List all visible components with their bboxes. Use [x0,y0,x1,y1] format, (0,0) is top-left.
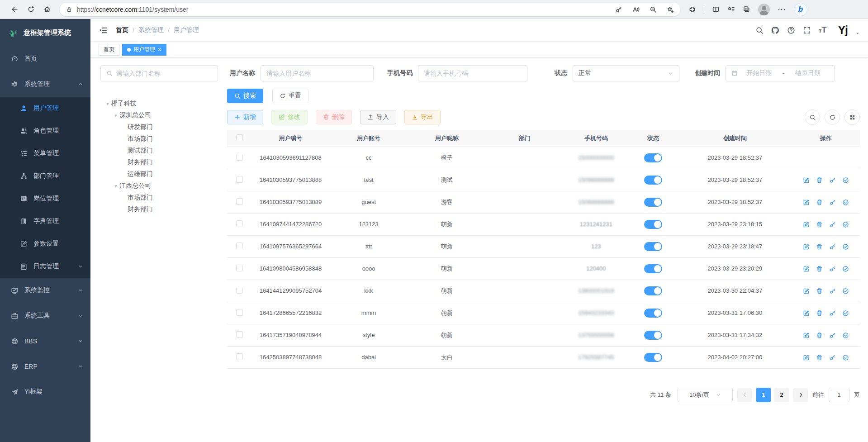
user-menu-caret-icon[interactable] [855,31,860,36]
sidebar-item-post[interactable]: 岗位管理 [0,187,90,210]
row-edit-icon[interactable] [803,266,810,272]
row-assign-role-icon[interactable] [842,243,849,250]
search-button[interactable]: 搜索 [227,89,263,103]
status-toggle[interactable] [644,176,662,185]
user-avatar-logo[interactable]: Yj [838,24,848,36]
status-toggle[interactable] [644,331,662,340]
browser-home-icon[interactable] [39,2,55,17]
row-edit-icon[interactable] [803,288,810,295]
sidebar-item-role[interactable]: 角色管理 [0,119,90,142]
phone-input[interactable] [418,65,527,81]
help-icon[interactable] [787,26,795,34]
row-delete-icon[interactable] [816,177,823,184]
row-delete-icon[interactable] [816,354,823,361]
password-icon[interactable] [615,6,622,13]
tree-node[interactable]: 研发部门 [102,121,223,133]
show-search-toggle-icon[interactable] [805,109,820,125]
sidebar-item-monitor[interactable]: 系统监控 [0,278,90,303]
row-assign-role-icon[interactable] [842,221,849,228]
row-reset-password-icon[interactable] [829,221,836,228]
copilot-icon[interactable]: b [794,3,807,16]
add-button[interactable]: 新增 [227,110,263,124]
github-icon[interactable] [771,26,779,34]
close-icon[interactable]: × [158,46,161,53]
sidebar-item-dict[interactable]: 字典管理 [0,210,90,233]
sidebar-item-home[interactable]: 首页 [0,46,90,71]
status-toggle[interactable] [644,198,662,207]
row-delete-icon[interactable] [816,243,823,250]
edit-button[interactable]: 修改 [271,110,308,124]
row-delete-icon[interactable] [816,266,823,272]
prev-page-button[interactable] [737,388,752,402]
browser-menu-icon[interactable]: ⋯ [778,5,786,14]
tree-node[interactable]: 财务部门 [102,157,223,168]
breadcrumb-home[interactable]: 首页 [116,26,128,34]
status-toggle[interactable] [644,242,662,251]
row-delete-icon[interactable] [816,199,823,206]
read-aloud-icon[interactable] [632,6,640,13]
sidebar-item-tool[interactable]: 系统工具 [0,303,90,328]
row-checkbox[interactable] [236,309,243,316]
row-checkbox[interactable] [236,198,243,205]
row-reset-password-icon[interactable] [829,243,836,250]
status-toggle[interactable] [644,220,662,229]
next-page-button[interactable] [793,388,808,402]
row-edit-icon[interactable] [803,310,810,317]
collections-icon[interactable] [743,5,750,13]
row-checkbox[interactable] [236,287,243,294]
row-assign-role-icon[interactable] [842,310,849,317]
tag-active[interactable]: 用户管理× [122,44,166,56]
tree-node[interactable]: 市场部门 [102,133,223,145]
refresh-table-icon[interactable] [825,109,840,125]
row-reset-password-icon[interactable] [829,177,836,184]
status-toggle[interactable] [644,353,662,362]
dept-search-field[interactable] [116,70,212,77]
split-screen-icon[interactable] [712,5,720,13]
profile-avatar[interactable] [758,4,770,15]
global-search-icon[interactable] [755,26,764,34]
tree-node[interactable]: ▾橙子科技 [102,98,223,109]
row-assign-role-icon[interactable] [842,332,849,339]
row-assign-role-icon[interactable] [842,266,849,272]
column-settings-icon[interactable] [844,109,860,125]
row-delete-icon[interactable] [816,310,823,317]
sidebar-item-menu[interactable]: 菜单管理 [0,142,90,165]
row-checkbox[interactable] [236,176,243,183]
row-edit-icon[interactable] [803,221,810,228]
sidebar-item-erp[interactable]: ERP [0,354,90,379]
row-checkbox[interactable] [236,242,243,249]
status-toggle[interactable] [644,264,662,273]
status-toggle[interactable] [644,286,662,295]
fullscreen-icon[interactable] [803,26,811,34]
row-reset-password-icon[interactable] [829,288,836,295]
row-assign-role-icon[interactable] [842,354,849,361]
sidebar-item-config[interactable]: 参数设置 [0,233,90,255]
row-checkbox[interactable] [236,154,243,161]
address-bar[interactable]: https://ccnetcore.com:1101/system/user [60,3,680,16]
extensions-icon[interactable] [688,5,696,13]
import-button[interactable]: 导入 [360,110,396,124]
row-edit-icon[interactable] [803,243,810,250]
tag-item[interactable]: 首页 [99,44,119,56]
tree-node[interactable]: ▾深圳总公司 [102,109,223,121]
sidebar-item-bbs[interactable]: BBS [0,328,90,354]
row-edit-icon[interactable] [803,177,810,184]
row-reset-password-icon[interactable] [829,266,836,272]
reset-button[interactable]: 重置 [272,89,308,103]
favorites-icon[interactable] [727,5,735,13]
username-field[interactable] [266,70,368,77]
status-select[interactable]: 正常 [573,65,679,81]
phone-field[interactable] [424,70,522,77]
row-assign-role-icon[interactable] [842,199,849,206]
sidebar-item-dept[interactable]: 部门管理 [0,165,90,187]
favorite-add-icon[interactable] [667,6,674,13]
tree-node[interactable]: 运维部门 [102,168,223,180]
row-reset-password-icon[interactable] [829,310,836,317]
row-assign-role-icon[interactable] [842,177,849,184]
row-checkbox[interactable] [236,331,243,338]
tree-node[interactable]: 财务部门 [102,204,223,215]
row-reset-password-icon[interactable] [829,332,836,339]
goto-page-input[interactable] [829,388,849,402]
row-edit-icon[interactable] [803,332,810,339]
status-toggle[interactable] [644,153,662,162]
